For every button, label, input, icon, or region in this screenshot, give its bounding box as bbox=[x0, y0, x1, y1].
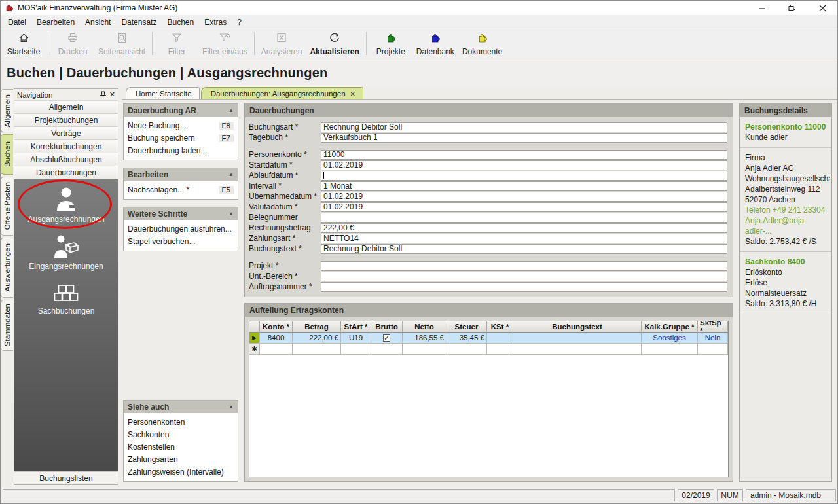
cmd-buchung-speichern[interactable]: Buchung speichernF7 bbox=[124, 132, 238, 144]
nav-group-projektbuchungen[interactable]: Projektbuchungen bbox=[14, 114, 118, 127]
seitenansicht-button[interactable]: Seitenansicht bbox=[94, 30, 149, 57]
col-kalkgruppe[interactable]: Kalk.Gruppe * bbox=[642, 321, 698, 333]
filter-button[interactable]: Filter bbox=[155, 30, 198, 57]
cell-sktsp[interactable]: Nein bbox=[698, 333, 728, 344]
intervall-field[interactable]: 1 Monat bbox=[321, 181, 727, 191]
nav-item-sachbuchungen[interactable]: Sachbuchungen bbox=[14, 284, 118, 315]
col-sktsp[interactable]: SktSp * bbox=[698, 321, 728, 333]
menu-datei[interactable]: Datei bbox=[3, 16, 31, 28]
belegnummer-field[interactable] bbox=[321, 213, 727, 223]
cell-steuer[interactable]: 35,45 € bbox=[446, 333, 487, 344]
uebernahmedatum-field[interactable]: 01.02.2019 bbox=[321, 192, 727, 202]
dokumente-button[interactable]: Dokumente bbox=[458, 30, 506, 57]
cell-konto[interactable]: 8400 bbox=[260, 333, 293, 344]
toolbar-separator bbox=[366, 32, 367, 55]
projekt-field[interactable] bbox=[321, 261, 727, 271]
side-tab-stammdaten[interactable]: Stammdaten bbox=[1, 300, 13, 351]
menu-bar: Datei Bearbeiten Ansicht Datensatz Buche… bbox=[1, 15, 837, 29]
col-buchungstext[interactable]: Buchungstext bbox=[513, 321, 642, 333]
auftragsnummer-field[interactable] bbox=[321, 282, 727, 292]
pin-icon[interactable] bbox=[100, 91, 106, 98]
startdatum-field[interactable]: 01.02.2019 bbox=[321, 160, 727, 170]
collapse-icon[interactable]: ▲ bbox=[228, 107, 234, 113]
status-bar: 02/2019 NUM admin - Mosaik.mdb bbox=[1, 487, 837, 503]
tab-home-startseite[interactable]: Home: Startseite bbox=[126, 87, 200, 99]
cmd-stapel-verbuchen[interactable]: Stapel verbuchen... bbox=[124, 235, 238, 247]
col-kst[interactable]: KSt * bbox=[487, 321, 513, 333]
email-link[interactable]: Anja.Adler@anja-adler-... bbox=[745, 215, 826, 236]
link-zahlungsweisen[interactable]: Zahlungsweisen (Intervalle) bbox=[124, 465, 238, 478]
side-tab-auswertungen[interactable]: Auswertungen bbox=[1, 238, 13, 298]
cmd-nachschlagen[interactable]: Nachschlagen... *F5 bbox=[124, 183, 238, 196]
col-brutto[interactable]: Brutto bbox=[371, 321, 403, 333]
collapse-icon[interactable]: ▲ bbox=[228, 404, 234, 410]
sachkonto-heading[interactable]: Sachkonto 8400 bbox=[745, 257, 826, 267]
nav-group-dauerbuchungen[interactable]: Dauerbuchungen bbox=[14, 166, 118, 179]
cell-netto[interactable]: 186,55 € bbox=[403, 333, 446, 344]
projekte-button[interactable]: Projekte bbox=[369, 30, 412, 57]
close-nav-icon[interactable]: ✕ bbox=[109, 90, 115, 99]
buchungsart-field[interactable]: Rechnung Debitor Soll bbox=[321, 122, 727, 132]
nav-group-vortraege[interactable]: Vorträge bbox=[14, 127, 118, 140]
valutadatum-field[interactable]: 01.02.2019 bbox=[321, 202, 727, 212]
nav-group-allgemein[interactable]: Allgemein bbox=[14, 101, 118, 114]
tab-close-icon[interactable]: ✕ bbox=[350, 90, 355, 98]
new-row-icon[interactable]: ✱ bbox=[249, 344, 260, 355]
restore-button[interactable] bbox=[777, 1, 807, 15]
col-betrag[interactable]: Betrag bbox=[293, 321, 341, 333]
analysieren-button[interactable]: Analysieren bbox=[257, 30, 306, 57]
menu-help[interactable]: ? bbox=[232, 16, 247, 28]
menu-ansicht[interactable]: Ansicht bbox=[80, 16, 116, 28]
col-konto[interactable]: Konto * bbox=[260, 321, 293, 333]
startseite-button[interactable]: Startseite bbox=[2, 30, 45, 57]
home-icon bbox=[18, 31, 29, 44]
ablaufdatum-field[interactable] bbox=[321, 171, 727, 181]
menu-extras[interactable]: Extras bbox=[199, 16, 232, 28]
nav-group-korrekturbuchungen[interactable]: Korrekturbuchungen bbox=[14, 140, 118, 153]
buchungstext-field[interactable]: Rechnung Debitor Soll bbox=[321, 244, 727, 254]
tagebuch-field[interactable]: Verkaufsbuch 1 bbox=[321, 133, 727, 143]
collapse-icon[interactable]: ▲ bbox=[228, 211, 234, 217]
personenkonto-field[interactable]: 11000 bbox=[321, 150, 727, 160]
link-kostenstellen[interactable]: Kostenstellen bbox=[124, 441, 238, 453]
col-start[interactable]: StArt * bbox=[341, 321, 371, 333]
filter-toggle-button[interactable]: Filter ein/aus bbox=[198, 30, 251, 57]
cell-brutto[interactable]: ✓ bbox=[371, 333, 403, 344]
nav-group-abschlussbuchungen[interactable]: Abschlußbuchungen bbox=[14, 153, 118, 166]
cell-buchungstext[interactable] bbox=[513, 333, 642, 344]
side-tab-offene-posten[interactable]: Offene Posten bbox=[1, 177, 13, 236]
drucken-button[interactable]: Drucken bbox=[51, 30, 94, 57]
unt-bereich-field[interactable] bbox=[321, 272, 727, 281]
tab-dauerbuchungen-ausgangsrechnungen[interactable]: Dauerbuchungen: Ausgangsrechnungen ✕ bbox=[201, 87, 363, 99]
col-netto[interactable]: Netto bbox=[403, 321, 446, 333]
nav-item-eingangsrechnungen[interactable]: Eingangsrechnungen bbox=[14, 234, 118, 271]
link-zahlungsarten[interactable]: Zahlungsarten bbox=[124, 453, 238, 465]
cell-start[interactable]: U19 bbox=[341, 333, 371, 344]
side-tab-buchen[interactable]: Buchen bbox=[1, 134, 13, 175]
close-button[interactable] bbox=[807, 1, 837, 15]
checkbox-checked-icon[interactable]: ✓ bbox=[383, 334, 390, 342]
col-steuer[interactable]: Steuer bbox=[446, 321, 487, 333]
aktualisieren-button[interactable]: Aktualisieren bbox=[306, 30, 363, 57]
buchungslisten-button[interactable]: Buchungslisten bbox=[14, 471, 118, 484]
personenkonto-heading[interactable]: Personenkonto 11000 bbox=[745, 122, 826, 132]
cell-betrag[interactable]: 222,00 € bbox=[293, 333, 341, 344]
menu-buchen[interactable]: Buchen bbox=[162, 16, 199, 28]
row-marker-icon[interactable]: ▶ bbox=[249, 333, 260, 344]
datenbank-button[interactable]: Datenbank bbox=[412, 30, 458, 57]
menu-bearbeiten[interactable]: Bearbeiten bbox=[31, 16, 80, 28]
collapse-icon[interactable]: ▲ bbox=[228, 171, 234, 177]
cmd-dauerbuchung-laden[interactable]: Dauerbuchung laden... bbox=[124, 144, 238, 156]
minimize-button[interactable] bbox=[747, 1, 777, 15]
link-personenkonten[interactable]: Personenkonten bbox=[124, 416, 238, 428]
cell-kst[interactable] bbox=[487, 333, 513, 344]
link-sachkonten[interactable]: Sachkonten bbox=[124, 428, 238, 441]
cmd-dauerbuchungen-ausfuehren[interactable]: Dauerbuchungen ausführen... bbox=[124, 223, 238, 235]
side-tab-allgemein[interactable]: Allgemein bbox=[1, 89, 13, 132]
cell-kalkgruppe[interactable]: Sonstiges bbox=[642, 333, 698, 344]
zahlungsart-field[interactable]: NETTO14 bbox=[321, 234, 727, 243]
cmd-neue-buchung[interactable]: Neue Buchung...F8 bbox=[124, 119, 238, 132]
phone-link[interactable]: Telefon +49 241 23304 bbox=[745, 205, 826, 215]
menu-datensatz[interactable]: Datensatz bbox=[116, 16, 162, 28]
rechnungsbetrag-field[interactable]: 222,00 € bbox=[321, 223, 727, 233]
